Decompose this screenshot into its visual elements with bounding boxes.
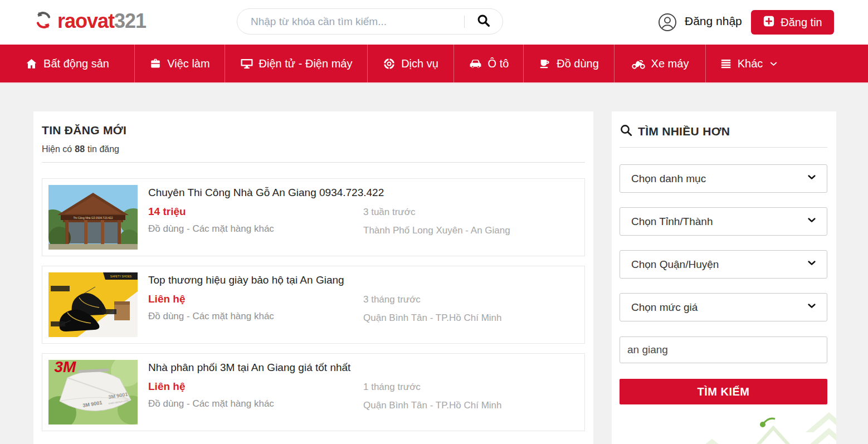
listing-price: Liên hệ xyxy=(148,293,363,305)
chevron-down-icon xyxy=(806,300,817,314)
divider xyxy=(42,162,585,163)
listing-price: 14 triệu xyxy=(148,206,363,218)
select-value: Chọn Tỉnh/Thành xyxy=(631,216,713,228)
user-icon[interactable] xyxy=(658,13,677,32)
nav-label: Ô tô xyxy=(488,57,509,70)
chevron-down-icon xyxy=(806,257,817,271)
nav-item-household[interactable]: Đồ dùng xyxy=(524,45,615,82)
listing-location[interactable]: Thành Phố Long Xuyên - An Giang xyxy=(363,225,510,236)
login-link[interactable]: Đăng nhập xyxy=(685,14,742,28)
listing-body: Nhà phân phối 3M tại An Giang giá tốt nh… xyxy=(148,360,578,425)
home-icon xyxy=(25,57,38,70)
listing-title[interactable]: Nhà phân phối 3M tại An Giang giá tốt nh… xyxy=(148,361,578,374)
chevron-down-icon xyxy=(806,172,817,186)
nav-item-real-estate[interactable]: Bất động sản xyxy=(0,45,135,82)
category-nav: Bất động sản Việc làm Điện tử - Điện máy… xyxy=(0,45,868,84)
province-select[interactable]: Chọn Tỉnh/Thành xyxy=(620,207,827,236)
nav-item-other[interactable]: Khác xyxy=(706,45,793,82)
header: raovat321 Đăng nhập Đăng t xyxy=(0,0,868,45)
site-name: raovat321 xyxy=(57,11,146,31)
safety-shoes-photo[interactable]: SAFETY SHOES xyxy=(48,272,138,337)
select-value: Chọn Quận/Huyện xyxy=(631,258,719,271)
select-value: Chọn mức giá xyxy=(631,301,698,314)
divider xyxy=(620,147,827,148)
category-select[interactable]: Chọn danh mục xyxy=(620,164,827,193)
nav-item-cars[interactable]: Ô tô xyxy=(454,45,524,82)
listing-title[interactable]: Chuyên Thi Công Nhà Gỗ An Giang 0934.723… xyxy=(148,186,578,199)
nav-item-motorbikes[interactable]: Xe máy xyxy=(615,45,706,82)
new-listings-panel: TIN ĐĂNG MỚI Hiện có 88 tin đăng Thi Côn… xyxy=(33,111,593,444)
listing-category[interactable]: Đồ dùng - Các mặt hàng khác xyxy=(148,223,363,235)
search-icon xyxy=(476,13,491,30)
search-icon xyxy=(620,124,633,139)
listing-time: 3 tháng trước xyxy=(363,293,502,305)
svg-text:3M: 3M xyxy=(55,360,77,375)
svg-text:SAFETY SHOES: SAFETY SHOES xyxy=(110,275,132,278)
desktop-icon xyxy=(240,57,253,70)
keyword-input[interactable] xyxy=(620,336,827,363)
listing-card[interactable]: SAFETY SHOES Top thương hiệu giày bảo hộ… xyxy=(42,266,585,344)
sidebar-search-button[interactable]: TÌM KIẾM xyxy=(620,379,827,404)
svg-text:Thi Công Nhà Gỗ 0934.723.422: Thi Công Nhà Gỗ 0934.723.422 xyxy=(74,216,113,219)
count-suffix: tin đăng xyxy=(87,144,119,154)
list-icon xyxy=(720,57,732,70)
refresh-logo-icon xyxy=(33,10,53,32)
district-select[interactable]: Chọn Quận/Huyện xyxy=(620,250,827,279)
listing-count: Hiện có 88 tin đăng xyxy=(42,144,585,154)
listing-time: 3 tuần trước xyxy=(363,206,510,218)
nav-item-electronics[interactable]: Điện tử - Điện máy xyxy=(225,45,368,82)
coffee-cup-icon xyxy=(539,57,551,70)
briefcase-icon xyxy=(149,57,162,70)
site-logo[interactable]: raovat321 xyxy=(33,10,146,32)
listing-body: Top thương hiệu giày bảo hộ tại An Giang… xyxy=(148,272,578,337)
nav-item-services[interactable]: Dịch vụ xyxy=(368,45,454,82)
search-more-panel: TÌM NHIỀU HƠN Chọn danh mục Chọn Tỉnh/Th… xyxy=(612,111,836,444)
nav-item-jobs[interactable]: Việc làm xyxy=(135,45,225,82)
listing-card[interactable]: 3M 3M 9001 3M 9001 KN90 GB2626-2006 Nhà … xyxy=(42,353,585,431)
listing-location[interactable]: Quận Bình Tân - TP.Hồ Chí Minh xyxy=(363,400,502,411)
post-ad-button[interactable]: Đăng tin xyxy=(751,10,834,35)
listing-list: Thi Công Nhà Gỗ 0934.723.422 Chuyên Thi … xyxy=(42,178,585,431)
search-input[interactable] xyxy=(237,9,464,34)
post-ad-label: Đăng tin xyxy=(781,16,822,29)
count-prefix: Hiện có xyxy=(42,144,72,154)
nav-label: Đồ dùng xyxy=(557,57,599,70)
chevron-down-icon xyxy=(806,214,817,228)
car-icon xyxy=(469,57,482,71)
select-value: Chọn danh mục xyxy=(631,173,706,185)
price-range-select[interactable]: Chọn mức giá xyxy=(620,293,827,321)
nav-label: Xe máy xyxy=(651,57,689,70)
wooden-house-photo[interactable]: Thi Công Nhà Gỗ 0934.723.422 xyxy=(48,185,138,250)
header-search-bar xyxy=(237,8,503,35)
nav-label: Việc làm xyxy=(167,57,209,70)
nav-label: Bất động sản xyxy=(43,57,109,70)
plus-icon xyxy=(763,15,775,30)
listing-category[interactable]: Đồ dùng - Các mặt hàng khác xyxy=(148,311,363,322)
3m-mask-photo[interactable]: 3M 3M 9001 3M 9001 KN90 GB2626-2006 xyxy=(48,360,138,425)
listing-body: Chuyên Thi Công Nhà Gỗ An Giang 0934.723… xyxy=(148,185,578,250)
listing-category[interactable]: Đồ dùng - Các mặt hàng khác xyxy=(148,398,363,409)
listing-price: Liên hệ xyxy=(148,380,363,393)
page-title: TIN ĐĂNG MỚI xyxy=(42,124,585,137)
search-button[interactable] xyxy=(465,9,503,34)
motorcycle-icon xyxy=(631,56,646,71)
chevron-down-icon xyxy=(768,58,779,69)
listing-card[interactable]: Thi Công Nhà Gỗ 0934.723.422 Chuyên Thi … xyxy=(42,178,585,256)
listing-location[interactable]: Quận Bình Tân - TP.Hồ Chí Minh xyxy=(363,313,502,324)
listing-title[interactable]: Top thương hiệu giày bảo hộ tại An Giang xyxy=(148,274,578,287)
sidebar-title: TÌM NHIỀU HƠN xyxy=(638,125,730,138)
listing-time: 1 tháng trước xyxy=(363,380,502,393)
nav-label: Điện tử - Điện máy xyxy=(259,57,353,70)
life-ring-icon xyxy=(383,57,396,70)
nav-label: Khác xyxy=(738,57,763,70)
nav-label: Dịch vụ xyxy=(401,57,438,70)
count-value: 88 xyxy=(75,144,85,154)
